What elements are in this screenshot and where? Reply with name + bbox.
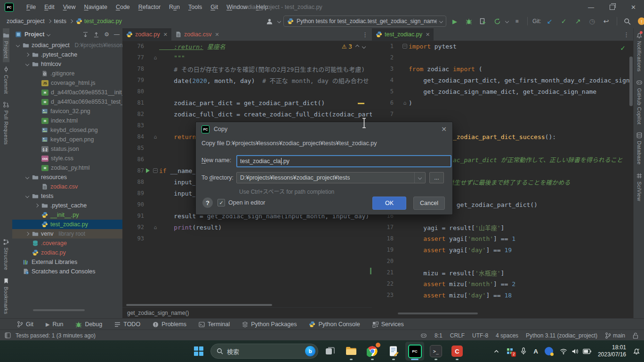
browse-directory-button[interactable]: ... bbox=[429, 172, 444, 183]
tree-item-zodiac_project[interactable]: zodiac_projectD:¥projects¥lessons¥zo bbox=[12, 41, 122, 50]
tree-item-d_a44f0ac069e85531_test_zodiac.html[interactable]: Hd_a44f0ac069e85531_test_zodiac.html bbox=[12, 97, 122, 107]
tool-stripe-database[interactable]: Database bbox=[636, 128, 643, 168]
open-in-editor-checkbox[interactable]: ✓ bbox=[217, 199, 225, 206]
taskbar-terminal[interactable]: >_ bbox=[427, 342, 445, 361]
breadcrumb-current-file[interactable]: test_zodiac.py bbox=[74, 17, 124, 25]
minimize-button[interactable]: — bbox=[580, 0, 602, 14]
ok-button[interactable]: OK bbox=[372, 197, 406, 210]
tree-item-resources[interactable]: resources bbox=[12, 173, 122, 182]
toolwindow-todo[interactable]: TODO bbox=[114, 321, 140, 328]
to-directory-combobox[interactable]: D:¥projects¥lessons¥zodiac_project¥tests bbox=[236, 172, 426, 183]
inspections-ok-icon[interactable]: ✓ bbox=[620, 44, 626, 52]
toolwindow-problems[interactable]: Problems bbox=[153, 321, 186, 328]
tree-item-status.json[interactable]: {..}status.json bbox=[12, 144, 122, 154]
fold-icon[interactable] bbox=[153, 168, 158, 173]
profile-dropdown-icon[interactable] bbox=[277, 19, 281, 23]
tray-update-icon[interactable]: 2 bbox=[506, 347, 514, 355]
git-commit-button[interactable]: ✓ bbox=[558, 16, 570, 26]
run-line-icon[interactable] bbox=[146, 168, 150, 173]
tool-stripe-project[interactable]: Project bbox=[3, 28, 9, 62]
fold-end-icon[interactable]: ⌂ bbox=[154, 224, 157, 230]
fold-end-icon[interactable]: ⌂ bbox=[154, 55, 157, 61]
tab-close-icon[interactable]: ✕ bbox=[215, 32, 219, 38]
tab-zodiac.csv[interactable]: zodiac.csv✕ bbox=[171, 28, 223, 41]
combo-dropdown-icon[interactable] bbox=[414, 173, 425, 183]
taskbar-c-app[interactable]: C bbox=[448, 342, 467, 361]
taskbar-notepad[interactable] bbox=[384, 342, 403, 361]
project-panel-title[interactable]: Project bbox=[24, 31, 44, 38]
fold-end-icon[interactable]: ⌂ bbox=[403, 100, 407, 106]
editor-left-hscrollbar[interactable] bbox=[126, 304, 272, 306]
dialog-close-icon[interactable]: ✕ bbox=[441, 125, 447, 133]
run-button[interactable]: ▶ bbox=[449, 16, 460, 26]
tool-stripe-commit[interactable]: Commit bbox=[3, 62, 9, 98]
ime-mode-indicator[interactable]: A bbox=[533, 348, 538, 355]
tree-item-scratchesandconsoles[interactable]: Scratches and Consoles bbox=[12, 267, 122, 276]
layout-icon[interactable] bbox=[5, 332, 11, 338]
git-branch-widget[interactable]: main bbox=[605, 332, 625, 339]
toolwindow-git[interactable]: Git bbox=[17, 321, 33, 328]
start-button[interactable] bbox=[189, 342, 208, 361]
status-widget[interactable]: 4 spaces bbox=[496, 332, 518, 339]
editor-breadcrumb[interactable]: get_zodiac_sign_name() bbox=[122, 307, 372, 318]
menu-file[interactable]: File bbox=[22, 0, 40, 14]
tree-item-venv[interactable]: venvlibrary root bbox=[12, 229, 122, 239]
tree-item-externallibraries[interactable]: External Libraries bbox=[12, 257, 122, 267]
cancel-button[interactable]: Cancel bbox=[413, 197, 445, 210]
fold-icon[interactable] bbox=[402, 44, 407, 49]
breadcrumb-item[interactable]: tests bbox=[52, 17, 68, 25]
tool-stripe-github-copilot[interactable]: GitHub Copilot bbox=[636, 75, 643, 128]
editor-right-hscrollbar[interactable] bbox=[398, 313, 478, 314]
more-run-options-icon[interactable] bbox=[505, 19, 509, 23]
toolwindow-debug[interactable]: Debug bbox=[75, 321, 102, 328]
ide-update-icon[interactable]: ↑ bbox=[636, 16, 644, 26]
tree-item-htmlcov[interactable]: htmlcov bbox=[12, 59, 122, 69]
status-message[interactable]: Tests passed: 1 (3 minutes ago) bbox=[16, 332, 96, 339]
tool-stripe-bookmarks[interactable]: Bookmarks bbox=[3, 274, 9, 318]
menu-navigate[interactable]: Navigate bbox=[80, 0, 112, 14]
tray-blue-circle-icon[interactable] bbox=[545, 347, 553, 355]
project-tree-hscrollbar[interactable] bbox=[33, 309, 85, 311]
taskbar-task-view[interactable] bbox=[321, 342, 339, 361]
menu-code[interactable]: Code bbox=[112, 0, 134, 14]
stop-button[interactable]: ■ bbox=[511, 16, 523, 26]
help-button[interactable]: ? bbox=[202, 197, 213, 208]
editor-right-vscrollbar[interactable] bbox=[629, 57, 633, 106]
breadcrumb-item[interactable]: zodiac_project bbox=[5, 17, 47, 25]
tree-item-zodiac.csv[interactable]: zodiac.csv bbox=[12, 182, 122, 191]
git-update-button[interactable]: ↙ bbox=[544, 16, 555, 26]
collapse-all-icon[interactable] bbox=[93, 32, 99, 38]
menu-tools[interactable]: Tools bbox=[184, 0, 206, 14]
toolwindow-python-packages[interactable]: Python Packages bbox=[242, 321, 297, 328]
tree-item-style.css[interactable]: cssstyle.css bbox=[12, 154, 122, 163]
tree-item-favicon_32.png[interactable]: favicon_32.png bbox=[12, 107, 122, 116]
taskbar-pycharm[interactable]: PC bbox=[405, 342, 424, 361]
tray-chevron-up-icon[interactable] bbox=[493, 348, 499, 354]
tab-test_zodiac.py[interactable]: test_zodiac.py✕ bbox=[372, 28, 434, 41]
lock-icon[interactable] bbox=[633, 332, 638, 339]
tab-options-icon[interactable]: ⋮ bbox=[620, 31, 633, 38]
settings-gear-icon[interactable]: ⚙ bbox=[104, 31, 109, 38]
menu-git[interactable]: Git bbox=[206, 0, 222, 14]
menu-run[interactable]: Run bbox=[165, 0, 184, 14]
notification-bell-icon[interactable]: z bbox=[633, 347, 640, 355]
menu-refactor[interactable]: Refactor bbox=[134, 0, 165, 14]
tree-item-keybd_closed.png[interactable]: keybd_closed.png bbox=[12, 125, 122, 135]
tool-stripe-pull-requests[interactable]: Pull Requests bbox=[3, 98, 9, 148]
prev-warning-icon[interactable] bbox=[355, 45, 359, 49]
tree-item-tests[interactable]: tests bbox=[12, 191, 122, 201]
status-widget[interactable]: 8:1 bbox=[435, 332, 443, 339]
run-configuration-select[interactable]: Python tests for test_zodiac.test_get_zo… bbox=[283, 16, 446, 27]
tree-item-__init__.py[interactable]: __init__.py bbox=[12, 210, 122, 220]
toolwindow-python-console[interactable]: Python Console bbox=[309, 321, 360, 328]
toolwindow-run[interactable]: ▶Run bbox=[46, 321, 63, 328]
restore-button[interactable] bbox=[602, 0, 623, 14]
menu-view[interactable]: View bbox=[59, 0, 80, 14]
tree-item-d_a44f0ac069e85531__init__py.html[interactable]: Hd_a44f0ac069e85531__init__py.html bbox=[12, 88, 122, 97]
tree-item-.pytest_cache[interactable]: .pytest_cache bbox=[12, 50, 122, 59]
project-tree[interactable]: zodiac_projectD:¥projects¥lessons¥zo.pyt… bbox=[12, 41, 122, 276]
tree-item-keybd_open.png[interactable]: keybd_open.png bbox=[12, 135, 122, 144]
tab-zodiac.py[interactable]: zodiac.py✕ bbox=[122, 28, 171, 41]
tree-item-coverage_html.js[interactable]: JScoverage_html.js bbox=[12, 78, 122, 88]
tree-item-zodiac.py[interactable]: zodiac.py bbox=[12, 248, 122, 257]
